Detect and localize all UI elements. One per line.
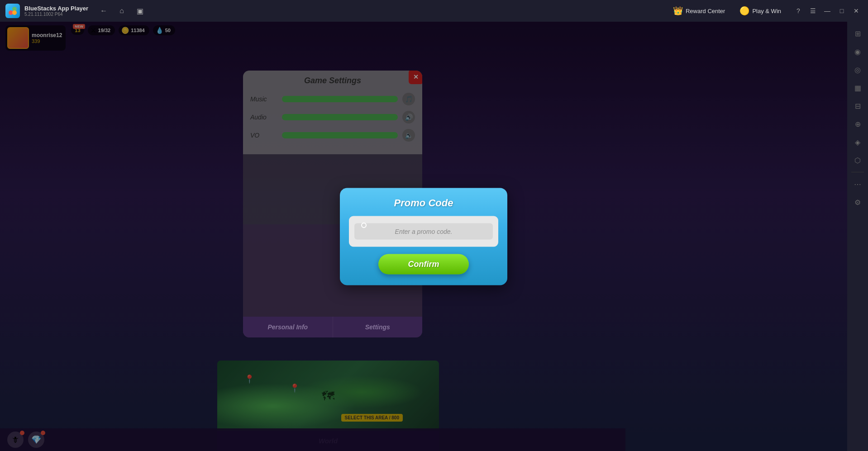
promo-dialog-title: Promo Code [349, 197, 498, 209]
reward-center-button[interactable]: 👑 Reward Center [669, 4, 729, 18]
promo-code-dialog: Promo Code Confirm [340, 188, 507, 285]
menu-button[interactable]: ☰ [806, 5, 819, 17]
svg-point-3 [12, 10, 17, 15]
sidebar-icon-1[interactable]: ⊞ [849, 25, 866, 42]
maximize-button[interactable]: □ [835, 5, 848, 17]
sidebar-icon-7[interactable]: ◈ [849, 134, 866, 150]
help-button[interactable]: ? [792, 5, 805, 17]
back-button[interactable]: ← [97, 5, 110, 17]
app-name: BlueStacks App Player [24, 5, 88, 12]
home-button[interactable]: ⌂ [115, 5, 128, 17]
promo-code-input[interactable] [354, 223, 493, 239]
app-info: BlueStacks App Player 5.21.111.1002 P64 [24, 5, 88, 17]
play-win-button[interactable]: 🟡 Play & Win [736, 4, 785, 18]
sidebar-icon-2[interactable]: ◉ [849, 43, 866, 60]
close-button[interactable]: ✕ [850, 5, 863, 17]
sidebar-divider [851, 172, 864, 172]
sidebar-icon-6[interactable]: ⊕ [849, 116, 866, 132]
promo-confirm-button[interactable]: Confirm [378, 254, 469, 274]
sidebar-icon-3[interactable]: ◎ [849, 62, 866, 78]
crown-icon: 👑 [673, 6, 683, 16]
tabs-button[interactable]: ▣ [134, 5, 146, 17]
right-sidebar: ⊞ ◉ ◎ ▦ ⊟ ⊕ ◈ ⬡ ⋯ ⚙ [847, 22, 868, 451]
play-win-icon: 🟡 [739, 6, 749, 16]
minimize-button[interactable]: — [821, 5, 834, 17]
title-bar: BlueStacks App Player 5.21.111.1002 P64 … [0, 0, 868, 22]
app-logo [5, 4, 20, 18]
app-version: 5.21.111.1002 P64 [24, 12, 88, 17]
window-controls: ? ☰ — □ ✕ [792, 5, 863, 17]
titlebar-rewards: 👑 Reward Center 🟡 Play & Win [669, 4, 785, 18]
sidebar-icon-settings[interactable]: ⚙ [849, 194, 866, 210]
reward-center-label: Reward Center [686, 8, 725, 14]
sidebar-icon-5[interactable]: ⊟ [849, 98, 866, 114]
sidebar-icon-more[interactable]: ⋯ [849, 176, 866, 192]
sidebar-icon-8[interactable]: ⬡ [849, 152, 866, 168]
play-win-label: Play & Win [752, 8, 781, 14]
sidebar-icon-4[interactable]: ▦ [849, 80, 866, 96]
promo-input-area [349, 216, 498, 247]
game-area: moonrise12 339 NEW 13 ⚔ 19/32 🪙 11384 💧 [0, 22, 847, 451]
title-bar-nav: ← ⌂ ▣ [97, 5, 146, 17]
